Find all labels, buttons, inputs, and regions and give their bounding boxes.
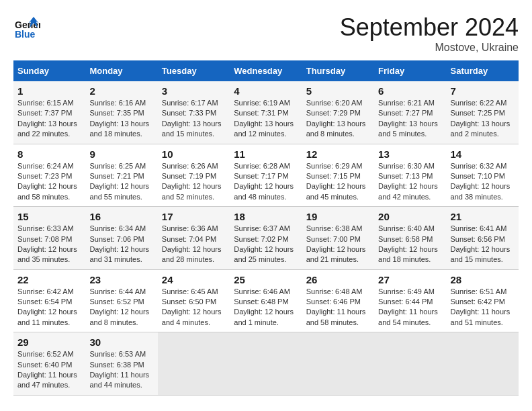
calendar-cell: 29 Sunrise: 6:52 AMSunset: 6:40 PMDaylig… xyxy=(13,332,85,396)
header-monday: Monday xyxy=(85,60,157,81)
month-title: September 2024 xyxy=(340,13,519,42)
header-thursday: Thursday xyxy=(302,60,374,81)
day-info: Sunrise: 6:44 AMSunset: 6:52 PMDaylight:… xyxy=(89,287,153,328)
day-info: Sunrise: 6:36 AMSunset: 7:04 PMDaylight:… xyxy=(162,224,226,265)
day-number: 19 xyxy=(306,211,370,222)
location: Mostove, Ukraine xyxy=(340,42,519,54)
day-number: 15 xyxy=(17,211,81,222)
calendar-cell xyxy=(158,332,230,396)
calendar-cell: 9 Sunrise: 6:25 AMSunset: 7:21 PMDayligh… xyxy=(85,144,157,207)
calendar-cell: 24 Sunrise: 6:45 AMSunset: 6:50 PMDaylig… xyxy=(158,269,230,332)
day-number: 1 xyxy=(17,85,81,97)
day-number: 7 xyxy=(451,85,515,97)
day-number: 17 xyxy=(162,211,226,222)
day-info: Sunrise: 6:24 AMSunset: 7:23 PMDaylight:… xyxy=(17,161,81,203)
calendar-cell: 28 Sunrise: 6:51 AMSunset: 6:42 PMDaylig… xyxy=(447,269,519,332)
calendar-cell: 5 Sunrise: 6:20 AMSunset: 7:29 PMDayligh… xyxy=(302,81,374,144)
day-info: Sunrise: 6:26 AMSunset: 7:19 PMDaylight:… xyxy=(162,161,226,203)
calendar-cell: 10 Sunrise: 6:26 AMSunset: 7:19 PMDaylig… xyxy=(158,144,230,207)
day-info: Sunrise: 6:37 AMSunset: 7:02 PMDaylight:… xyxy=(234,224,298,265)
day-number: 21 xyxy=(451,211,515,222)
calendar-cell: 15 Sunrise: 6:33 AMSunset: 7:08 PMDaylig… xyxy=(13,207,85,270)
day-info: Sunrise: 6:22 AMSunset: 7:25 PMDaylight:… xyxy=(451,98,515,140)
calendar-cell xyxy=(447,332,519,396)
day-info: Sunrise: 6:19 AMSunset: 7:31 PMDaylight:… xyxy=(234,98,298,140)
calendar-cell: 14 Sunrise: 6:32 AMSunset: 7:10 PMDaylig… xyxy=(447,144,519,207)
calendar-cell: 16 Sunrise: 6:34 AMSunset: 7:06 PMDaylig… xyxy=(85,207,157,270)
calendar-table: SundayMondayTuesdayWednesdayThursdayFrid… xyxy=(13,60,519,396)
day-number: 13 xyxy=(378,148,442,160)
day-info: Sunrise: 6:48 AMSunset: 6:46 PMDaylight:… xyxy=(306,287,370,328)
calendar-cell: 22 Sunrise: 6:42 AMSunset: 6:54 PMDaylig… xyxy=(13,269,85,332)
title-block: September 2024 Mostove, Ukraine xyxy=(340,13,519,54)
day-info: Sunrise: 6:29 AMSunset: 7:15 PMDaylight:… xyxy=(306,161,370,203)
header-friday: Friday xyxy=(374,60,446,81)
calendar-cell: 3 Sunrise: 6:17 AMSunset: 7:33 PMDayligh… xyxy=(158,81,230,144)
calendar-cell: 6 Sunrise: 6:21 AMSunset: 7:27 PMDayligh… xyxy=(374,81,446,144)
day-info: Sunrise: 6:41 AMSunset: 6:56 PMDaylight:… xyxy=(451,224,515,265)
calendar-header-row: SundayMondayTuesdayWednesdayThursdayFrid… xyxy=(13,60,519,81)
day-info: Sunrise: 6:34 AMSunset: 7:06 PMDaylight:… xyxy=(89,224,153,265)
day-info: Sunrise: 6:52 AMSunset: 6:40 PMDaylight:… xyxy=(17,349,81,391)
calendar-cell: 27 Sunrise: 6:49 AMSunset: 6:44 PMDaylig… xyxy=(374,269,446,332)
header-wednesday: Wednesday xyxy=(230,60,302,81)
day-number: 5 xyxy=(306,85,370,97)
calendar-cell: 8 Sunrise: 6:24 AMSunset: 7:23 PMDayligh… xyxy=(13,144,85,207)
page-header: General Blue September 2024 Mostove, Ukr… xyxy=(13,13,519,54)
day-info: Sunrise: 6:45 AMSunset: 6:50 PMDaylight:… xyxy=(162,287,226,328)
day-info: Sunrise: 6:15 AMSunset: 7:37 PMDaylight:… xyxy=(17,98,81,140)
day-info: Sunrise: 6:51 AMSunset: 6:42 PMDaylight:… xyxy=(451,287,515,328)
day-info: Sunrise: 6:42 AMSunset: 6:54 PMDaylight:… xyxy=(17,287,81,328)
day-number: 4 xyxy=(234,85,298,97)
day-number: 14 xyxy=(451,148,515,160)
day-info: Sunrise: 6:30 AMSunset: 7:13 PMDaylight:… xyxy=(378,161,442,203)
calendar-row: 22 Sunrise: 6:42 AMSunset: 6:54 PMDaylig… xyxy=(13,269,519,332)
day-number: 26 xyxy=(306,274,370,285)
calendar-cell: 26 Sunrise: 6:48 AMSunset: 6:46 PMDaylig… xyxy=(302,269,374,332)
calendar-cell: 13 Sunrise: 6:30 AMSunset: 7:13 PMDaylig… xyxy=(374,144,446,207)
calendar-cell: 18 Sunrise: 6:37 AMSunset: 7:02 PMDaylig… xyxy=(230,207,302,270)
header-sunday: Sunday xyxy=(13,60,85,81)
day-info: Sunrise: 6:17 AMSunset: 7:33 PMDaylight:… xyxy=(162,98,226,140)
day-number: 18 xyxy=(234,211,298,222)
calendar-cell: 1 Sunrise: 6:15 AMSunset: 7:37 PMDayligh… xyxy=(13,81,85,144)
calendar-cell xyxy=(374,332,446,396)
day-info: Sunrise: 6:40 AMSunset: 6:58 PMDaylight:… xyxy=(378,224,442,265)
day-info: Sunrise: 6:49 AMSunset: 6:44 PMDaylight:… xyxy=(378,287,442,328)
calendar-cell: 12 Sunrise: 6:29 AMSunset: 7:15 PMDaylig… xyxy=(302,144,374,207)
calendar-cell: 30 Sunrise: 6:53 AMSunset: 6:38 PMDaylig… xyxy=(85,332,157,396)
day-number: 29 xyxy=(17,336,81,348)
header-tuesday: Tuesday xyxy=(158,60,230,81)
day-number: 6 xyxy=(378,85,442,97)
day-info: Sunrise: 6:20 AMSunset: 7:29 PMDaylight:… xyxy=(306,98,370,140)
day-number: 12 xyxy=(306,148,370,160)
day-number: 28 xyxy=(451,274,515,285)
day-number: 30 xyxy=(89,336,153,348)
calendar-cell xyxy=(230,332,302,396)
calendar-cell: 23 Sunrise: 6:44 AMSunset: 6:52 PMDaylig… xyxy=(85,269,157,332)
day-info: Sunrise: 6:33 AMSunset: 7:08 PMDaylight:… xyxy=(17,224,81,265)
day-number: 24 xyxy=(162,274,226,285)
calendar-cell: 17 Sunrise: 6:36 AMSunset: 7:04 PMDaylig… xyxy=(158,207,230,270)
day-number: 20 xyxy=(378,211,442,222)
logo-icon: General Blue xyxy=(13,13,40,40)
day-info: Sunrise: 6:38 AMSunset: 7:00 PMDaylight:… xyxy=(306,224,370,265)
logo: General Blue xyxy=(13,13,40,43)
calendar-row: 15 Sunrise: 6:33 AMSunset: 7:08 PMDaylig… xyxy=(13,207,519,270)
day-number: 11 xyxy=(234,148,298,160)
calendar-cell xyxy=(302,332,374,396)
day-info: Sunrise: 6:25 AMSunset: 7:21 PMDaylight:… xyxy=(89,161,153,203)
day-number: 8 xyxy=(17,148,81,160)
calendar-cell: 19 Sunrise: 6:38 AMSunset: 7:00 PMDaylig… xyxy=(302,207,374,270)
calendar-cell: 7 Sunrise: 6:22 AMSunset: 7:25 PMDayligh… xyxy=(447,81,519,144)
calendar-cell: 4 Sunrise: 6:19 AMSunset: 7:31 PMDayligh… xyxy=(230,81,302,144)
calendar-cell: 2 Sunrise: 6:16 AMSunset: 7:35 PMDayligh… xyxy=(85,81,157,144)
day-number: 25 xyxy=(234,274,298,285)
day-info: Sunrise: 6:28 AMSunset: 7:17 PMDaylight:… xyxy=(234,161,298,203)
calendar-row: 8 Sunrise: 6:24 AMSunset: 7:23 PMDayligh… xyxy=(13,144,519,207)
day-number: 27 xyxy=(378,274,442,285)
calendar-cell: 25 Sunrise: 6:46 AMSunset: 6:48 PMDaylig… xyxy=(230,269,302,332)
day-number: 9 xyxy=(89,148,153,160)
day-info: Sunrise: 6:21 AMSunset: 7:27 PMDaylight:… xyxy=(378,98,442,140)
day-number: 2 xyxy=(89,85,153,97)
